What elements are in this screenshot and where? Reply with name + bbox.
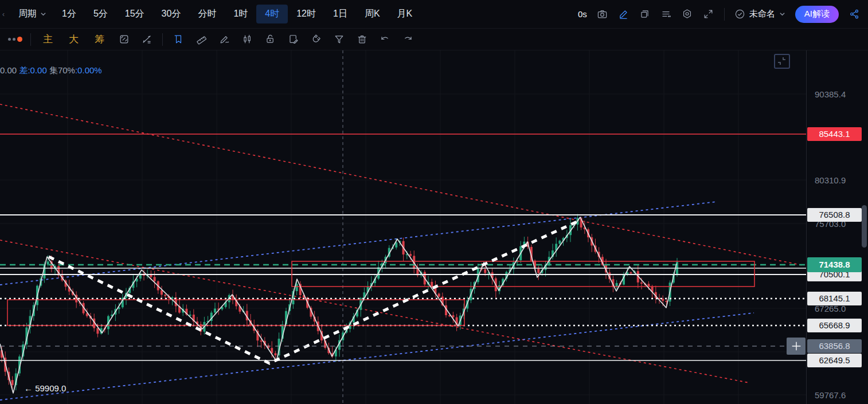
draw-pencil-icon[interactable]: [618, 9, 630, 20]
chevron-down-icon: [779, 11, 785, 17]
tab-timeframe-1w[interactable]: 周K: [356, 5, 389, 23]
cloud-check-icon: [734, 9, 745, 19]
axis-tick-90385.4: 90385.4: [815, 89, 846, 99]
toolbar-divider: [162, 33, 163, 46]
magnet-icon[interactable]: [310, 34, 322, 45]
tab-big-data[interactable]: 大: [65, 33, 83, 46]
replay-edit-icon[interactable]: [118, 34, 130, 45]
indicator-readout: 0.00 差:0.00 集70%:0.00%: [0, 65, 102, 76]
price-axis[interactable]: 90385.480310.975703.067265.059767.685443…: [806, 50, 868, 404]
restore-pane-icon[interactable]: [774, 54, 790, 69]
layout-list-icon[interactable]: [660, 9, 672, 20]
tab-main-indicator[interactable]: 主: [39, 33, 57, 46]
diff-value: 差:0.00: [19, 65, 46, 75]
trendline-blue-channel-upper[interactable]: [0, 202, 717, 285]
tab-timeframe-1h[interactable]: 1时: [225, 5, 256, 23]
trendline-red-descending-upper[interactable]: [0, 104, 803, 265]
toolbar-divider: [724, 8, 725, 21]
concentration-value: :0.00%: [75, 65, 102, 75]
swing-low-annotation: ← 59909.0: [24, 383, 66, 393]
add-pane-icon[interactable]: [639, 9, 651, 20]
tab-timeframe-15m[interactable]: 15分: [116, 5, 153, 23]
top-toolbar: ‹ 周期 1分 5分 15分 30分 分时 1时 4时 12时 1日 周K 月K…: [0, 0, 868, 29]
lock-open-icon[interactable]: [264, 34, 276, 45]
tab-timeframe-5m[interactable]: 5分: [85, 5, 116, 23]
price-badge-62649.5: 62649.5: [807, 354, 862, 367]
zigzag-swing-line[interactable]: [0, 217, 677, 393]
tab-timeframe-tick[interactable]: 分时: [189, 5, 225, 23]
axis-scrollbar-thumb[interactable]: [862, 205, 867, 248]
axis-tick-80310.9: 80310.9: [815, 175, 846, 185]
indicator-handle-icon[interactable]: [8, 37, 22, 42]
tab-timeframe-30m[interactable]: 30分: [153, 5, 190, 23]
price-badge-71438.8: 71438.8: [807, 257, 862, 272]
document-name-menu[interactable]: 未命名: [734, 9, 785, 19]
chevron-down-icon: [40, 11, 46, 17]
candlestick-chart-canvas[interactable]: [0, 50, 806, 404]
candlestick-tool-icon[interactable]: [241, 34, 253, 45]
bookmark-icon[interactable]: [173, 34, 184, 45]
price-badge-65668.9: 65668.9: [807, 319, 862, 332]
price-badge-63856.8: 63856.8: [807, 339, 862, 353]
trash-icon[interactable]: [356, 34, 367, 45]
redo-icon[interactable]: [402, 34, 413, 45]
candle-countdown: 0s: [578, 9, 587, 19]
tab-chip-distribution[interactable]: 筹: [91, 33, 108, 46]
price-badge-68145.1: 68145.1: [807, 292, 862, 305]
period-label: 周期: [18, 8, 37, 20]
period-dropdown[interactable]: 周期: [10, 8, 53, 20]
collapse-left-icon[interactable]: ‹: [2, 10, 10, 18]
crosshair-plus-icon: [787, 338, 806, 355]
settings-hexagon-icon[interactable]: [682, 9, 693, 20]
indicator-value: 0.00: [0, 65, 17, 75]
tab-timeframe-1d[interactable]: 1日: [324, 5, 356, 23]
price-badge-76508.8: 76508.8: [807, 208, 862, 222]
tab-timeframe-4h-active[interactable]: 4时: [256, 5, 288, 23]
toolbar-divider: [30, 33, 31, 46]
notes-edit-icon[interactable]: [287, 34, 299, 45]
drawing-toolbar: 主 大 筹: [0, 29, 868, 50]
candles: [1, 214, 678, 391]
concentration-label: 集70%: [49, 65, 75, 75]
tab-timeframe-1mo[interactable]: 月K: [389, 5, 421, 23]
trendline-tool-icon[interactable]: [141, 34, 153, 45]
ai-interpret-button[interactable]: AI解读: [795, 6, 839, 23]
pen-tool-icon[interactable]: [218, 34, 230, 45]
filter-funnel-icon[interactable]: [333, 34, 345, 45]
chart-pane[interactable]: 0.00 差:0.00 集70%:0.00% ← 59909.0 90385.4…: [0, 50, 868, 404]
document-name: 未命名: [749, 9, 775, 19]
fullscreen-icon[interactable]: [703, 9, 714, 20]
share-icon[interactable]: [849, 9, 860, 20]
tab-timeframe-12h[interactable]: 12时: [288, 5, 324, 23]
tab-timeframe-1m[interactable]: 1分: [53, 5, 85, 23]
price-badge-85443.1: 85443.1: [807, 127, 862, 141]
ruler-icon[interactable]: [196, 34, 207, 45]
undo-icon[interactable]: [379, 34, 390, 45]
axis-tick-59767.6: 59767.6: [815, 390, 846, 400]
camera-icon[interactable]: [597, 9, 608, 20]
